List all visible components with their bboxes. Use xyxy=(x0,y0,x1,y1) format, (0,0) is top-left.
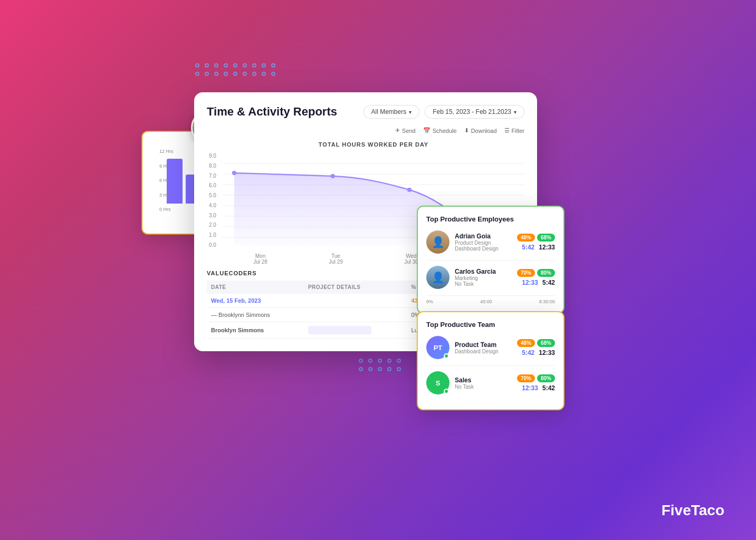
team-info-2: Sales No Task xyxy=(455,377,512,390)
brand-name: FiveTaco xyxy=(662,502,724,519)
svg-point-8 xyxy=(232,171,236,175)
company-name: VALUECODERS xyxy=(207,270,257,276)
badge-activity: 70% xyxy=(517,374,535,382)
team-card: Top Productive Team PT Product Team Dash… xyxy=(417,311,564,410)
row-date: Brooklyn Simmons xyxy=(207,322,304,339)
team-task: Dashboard Design xyxy=(455,349,512,354)
chevron-down-icon: ▾ xyxy=(409,109,412,115)
employee-row: 👤 Adrian Goia Product Design Dashboard D… xyxy=(426,230,555,254)
employee-name: Adrian Goia xyxy=(455,233,512,240)
row-project xyxy=(304,308,407,322)
filter-icon: ☰ xyxy=(504,127,510,134)
team-task: No Task xyxy=(455,384,512,390)
decorative-dots-bottom xyxy=(359,359,401,371)
stat-times: 12:33 5:42 xyxy=(522,384,555,392)
employee-dept: Marketing xyxy=(455,275,512,281)
row-project xyxy=(304,294,407,308)
decorative-dots-top xyxy=(195,63,275,76)
team-row: PT Product Team Dashboard Design 48% 68%… xyxy=(426,336,555,359)
badge-time: 68% xyxy=(537,339,555,347)
chart-y-labels: 9.08.07.06.0 5.04.03.02.0 1.00.0 xyxy=(207,153,218,248)
online-indicator xyxy=(444,353,449,359)
members-filter[interactable]: All Members ▾ xyxy=(363,105,420,119)
team-row: S Sales No Task 70% 80% 12:33 5:42 xyxy=(426,371,555,394)
team-name: Sales xyxy=(455,377,512,384)
badges-row: 70% 80% xyxy=(517,374,555,382)
main-card-header: Time & Activity Reports All Members ▾ Fe… xyxy=(207,105,524,119)
col-project: PROJECT DETAILS xyxy=(304,281,407,294)
toolbar-actions: ✈ Send 📅 Schedule ⬇ Download ☰ Filter xyxy=(207,127,524,134)
svg-point-9 xyxy=(331,174,335,178)
svg-point-10 xyxy=(407,188,412,192)
employee-row: 👤 Carlos Garcia Marketing No Task 70% 80… xyxy=(426,266,555,289)
employee-stats-1: 48% 68% 5:42 12:33 xyxy=(517,234,555,251)
progress-bar xyxy=(308,326,371,334)
send-icon: ✈ xyxy=(395,127,400,134)
date-filter[interactable]: Feb 15, 2023 - Feb 21,2023 ▾ xyxy=(425,105,524,119)
employee-task: Dashboard Design xyxy=(455,246,512,252)
badge-time: 80% xyxy=(537,269,555,277)
row-date: — Brooklynn Simmons xyxy=(207,308,304,322)
team-avatar-pt: PT xyxy=(426,336,449,359)
send-button[interactable]: ✈ Send xyxy=(395,127,416,134)
badges-row: 48% 68% xyxy=(517,234,555,242)
employee-avatar-1: 👤 xyxy=(426,230,449,254)
schedule-button[interactable]: 📅 Schedule xyxy=(423,127,457,134)
team-stats-1: 48% 68% 5:42 12:33 xyxy=(517,339,555,356)
team-card-title: Top Productive Team xyxy=(426,321,555,329)
employee-avatar-2: 👤 xyxy=(426,266,449,289)
col-date: DATE xyxy=(207,281,304,294)
header-controls: All Members ▾ Feb 15, 2023 - Feb 21,2023… xyxy=(363,105,524,119)
badge-time: 80% xyxy=(537,374,555,382)
team-info-1: Product Team Dashboard Design xyxy=(455,341,512,354)
badge-activity: 48% xyxy=(517,339,535,347)
employees-card-title: Top Productive Employees xyxy=(426,215,555,223)
bar-chart-y-labels: 12 Hrs 9 Hrs 6 Hrs 3 Hrs 0 Hrs xyxy=(159,149,174,212)
stat-times: 5:42 12:33 xyxy=(522,349,555,356)
team-name: Product Team xyxy=(455,341,512,349)
badge-time: 68% xyxy=(537,234,555,242)
badges-row: 70% 80% xyxy=(517,269,555,277)
employee-stats-2: 70% 80% 12:33 5:42 xyxy=(517,269,555,286)
row-project xyxy=(304,322,407,339)
divider xyxy=(426,365,555,366)
download-icon: ⬇ xyxy=(464,127,469,134)
divider xyxy=(426,260,555,261)
chart-bottom-strip: 0% 45:00 8:30:00 xyxy=(426,295,555,304)
employees-card: Top Productive Employees 👤 Adrian Goia P… xyxy=(417,206,564,314)
online-indicator xyxy=(444,389,449,394)
badges-row: 48% 68% xyxy=(517,339,555,347)
filter-button[interactable]: ☰ Filter xyxy=(504,127,524,134)
chevron-down-icon: ▾ xyxy=(514,109,516,115)
team-stats-2: 70% 80% 12:33 5:42 xyxy=(517,374,555,392)
badge-activity: 48% xyxy=(517,234,535,242)
employee-name: Carlos Garcia xyxy=(455,268,512,275)
stat-times: 5:42 12:33 xyxy=(522,244,555,251)
team-avatar-s: S xyxy=(426,371,449,394)
badge-activity: 70% xyxy=(517,269,535,277)
chart-title: TOTAL HOURS WORKED PER DAY xyxy=(223,141,524,148)
employee-task: No Task xyxy=(455,281,512,287)
row-date: Wed, 15 Feb, 2023 xyxy=(207,294,304,308)
stat-times: 12:33 5:42 xyxy=(522,279,555,286)
employee-dept: Product Design xyxy=(455,240,512,246)
branding: FiveTaco xyxy=(662,502,724,519)
employee-info-2: Carlos Garcia Marketing No Task xyxy=(455,268,512,287)
download-button[interactable]: ⬇ Download xyxy=(464,127,497,134)
employee-info-1: Adrian Goia Product Design Dashboard Des… xyxy=(455,233,512,252)
page-title: Time & Activity Reports xyxy=(207,105,337,119)
schedule-icon: 📅 xyxy=(423,127,430,134)
